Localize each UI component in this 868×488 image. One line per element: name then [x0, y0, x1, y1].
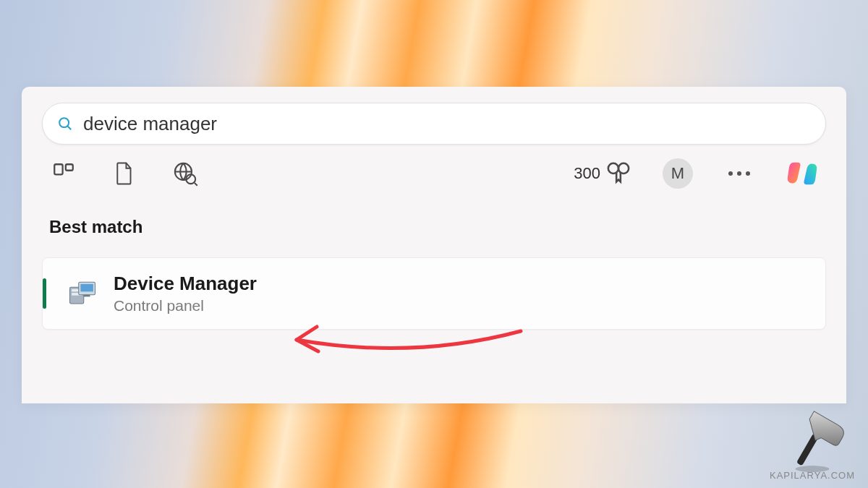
hammer-icon — [780, 408, 845, 473]
watermark: KAPILARYA.COM — [770, 408, 855, 481]
svg-rect-3 — [66, 164, 73, 171]
more-icon — [728, 171, 733, 176]
svg-line-1 — [68, 127, 72, 130]
medal-icon — [606, 161, 631, 186]
rewards-points[interactable]: 300 — [574, 161, 631, 186]
apps-grid-icon — [51, 161, 76, 186]
best-match-heading: Best match — [49, 217, 826, 237]
best-match-result[interactable]: Device Manager Control panel — [42, 257, 826, 330]
svg-rect-13 — [80, 284, 93, 292]
filter-documents-tab[interactable] — [110, 159, 139, 188]
rewards-points-value: 300 — [574, 164, 600, 183]
selection-accent — [43, 278, 46, 309]
document-icon — [114, 161, 135, 186]
device-manager-icon — [67, 278, 98, 309]
svg-rect-14 — [84, 295, 90, 297]
search-filter-toolbar: 300 M — [42, 145, 826, 202]
result-subtitle: Control panel — [114, 297, 257, 314]
search-box[interactable] — [42, 103, 826, 145]
svg-line-6 — [195, 183, 197, 186]
filter-apps-tab[interactable] — [49, 159, 78, 188]
svg-point-7 — [608, 163, 618, 174]
search-icon — [57, 116, 73, 132]
result-text: Device Manager Control panel — [114, 273, 257, 314]
avatar-letter: M — [671, 164, 684, 183]
globe-search-icon — [172, 160, 198, 187]
watermark-text: KAPILARYA.COM — [770, 470, 855, 481]
result-title: Device Manager — [114, 273, 257, 295]
user-avatar[interactable]: M — [663, 158, 693, 189]
filter-web-tab[interactable] — [171, 159, 200, 188]
search-input[interactable] — [83, 113, 811, 135]
svg-rect-2 — [54, 164, 62, 174]
copilot-icon[interactable] — [786, 157, 819, 190]
start-search-panel: 300 M — [22, 87, 846, 403]
more-options-button[interactable] — [725, 159, 754, 188]
svg-point-0 — [59, 118, 69, 127]
svg-point-8 — [618, 163, 629, 174]
